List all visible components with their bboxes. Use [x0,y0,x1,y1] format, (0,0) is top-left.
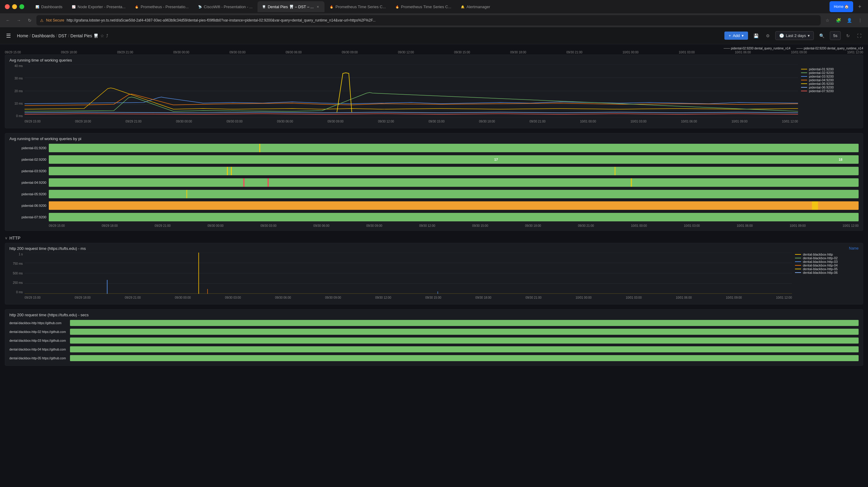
panel2-x-axis: 09/29 15:00 09/29 18:00 09/29 21:00 09/3… [9,224,859,227]
heatmap-bar-1: 17 18 [49,155,859,164]
back-button[interactable]: ← [4,16,12,25]
state-bar-0 [70,320,859,326]
tab-label-prom3: Prometheus Time Series C... [401,4,452,9]
badge-18: 18 [839,158,842,161]
forward-button[interactable]: → [14,16,23,25]
panel1-title: Avg running time of working queries [5,55,863,64]
time-range-button[interactable]: 🕐 Last 2 days ▾ [775,31,814,40]
tab-label-alert: Alertmanager [467,4,490,9]
settings-icon[interactable]: ⚙ [764,32,772,39]
y-label-40ms: 40 ms [14,64,23,68]
legend-item-4: pidental-05:9200 [801,82,859,86]
panel1-legend: pidental-01:9200 pidental-02:9200 pident… [798,64,859,125]
traffic-lights [2,4,27,9]
reload-button[interactable]: ↻ [26,16,34,25]
tab-bar: 📊 Dashboards 📈 Node Exporter - Presenta.… [0,0,868,13]
tab-alertmanager[interactable]: 🔔 Alertmanager [456,1,494,12]
tab-prometheus1[interactable]: 🔥 Prometheus - Presentatio... [130,1,193,12]
panel3-x-axis: 09/29 15:00 09/29 18:00 09/29 21:00 09/3… [25,294,792,301]
heatmap-label-4: pidental-05:9200 [9,192,49,196]
tab-favicon-prom2: 🔥 [329,4,334,9]
panel-heatmap-by-pi: Avg running time of working queries by p… [5,133,863,231]
panel3-y-axis: 1 s 750 ms 500 ms 250 ms 0 ms [9,253,25,294]
refresh-rate-button[interactable]: 5s [830,31,841,40]
maximize-traffic-light[interactable] [20,4,24,9]
close-traffic-light[interactable] [5,4,10,9]
heatmap-row-4: pidental-05:9200 [9,189,859,199]
legend-item-6: pidental-07:9200 [801,89,859,93]
tab-cisco[interactable]: 📡 CiscoWifi - Presentation - ... [194,1,257,12]
bookmark-button[interactable]: ☆ [823,16,832,25]
panel2-body: pidental-01:9200 pidental-02:9200 17 18 [5,143,863,230]
state-row-3: dental-blackbox-http-04 https://github.c… [9,345,859,353]
heatmap-bar-0 [49,144,859,152]
clock-icon: 🕐 [779,33,784,38]
tab-label-prom1: Prometheus - Presentatio... [141,4,188,9]
state-label-0: dental-blackbox-http https://github.com [9,321,70,325]
collapse-icon[interactable]: ∨ [5,236,7,240]
badge-17: 17 [494,158,498,161]
refresh-icon[interactable]: ↻ [844,32,851,39]
hamburger-menu[interactable]: ☰ [5,31,12,40]
add-button[interactable]: + Add ▾ [724,32,748,40]
tab-label-prom2: Prometheus Time Series C... [335,4,386,9]
heatmap-label-5: pidental-06:9200 [9,204,49,207]
tab-prometheus2[interactable]: 🔥 Prometheus Time Series C... [325,1,390,12]
tab-favicon-dashboards: 📊 [35,4,39,9]
heatmap-row-1: pidental-02:9200 17 18 [9,154,859,165]
legend-item-3: pidental-04:9200 [801,78,859,82]
tab-home[interactable]: Home 🏠 [830,1,853,12]
top-time-axis: 09/29 15:0009/29 18:0009/29 21:00 09/30 … [5,51,863,55]
profile-button[interactable]: 👤 [845,16,854,25]
heatmap-row-3: pidental-04:9200 [9,177,859,188]
state-label-2: dental-blackbox-http-03 https://github.c… [9,339,70,342]
tab-favicon-dental: 🦷 [262,4,266,9]
tab-prometheus3[interactable]: 🔥 Prometheus Time Series C... [391,1,456,12]
tab-favicon-prom1: 🔥 [134,4,139,9]
tab-dashboards[interactable]: 📊 Dashboards [31,1,67,12]
address-bar[interactable]: ⚠ Not Secure http://grafana.lobster-yo.t… [36,15,821,26]
panel-http-secs: http 200 request time (https://tufts.edu… [5,309,863,366]
nav-actions: + Add ▾ 💾 ⚙ 🕐 Last 2 days ▾ 🔍 5s ↻ ⛶ [724,31,863,40]
legend3-item-3: dental-blackbox-http-04 [795,263,859,267]
panel4-body: dental-blackbox-http https://github.com … [5,319,863,365]
tab-label-dashboards: Dashboards [41,4,62,9]
tab-node-exporter[interactable]: 📈 Node Exporter - Presenta... [67,1,130,12]
state-bar-4 [70,355,859,361]
breadcrumb-home[interactable]: Home [17,33,28,38]
http-section-label: HTTP [9,236,21,240]
panel3-title: http 200 request time (https://tufts.edu… [5,243,90,253]
state-bar-3 [70,346,859,352]
tab-favicon-node: 📈 [71,4,76,9]
breadcrumb-dashboards[interactable]: Dashboards [32,33,55,38]
lock-icon: ⚠ [40,18,43,23]
save-dashboard-icon[interactable]: 💾 [752,32,761,39]
expand-icon[interactable]: ⛶ [855,32,863,39]
tab-favicon-alert: 🔔 [461,4,465,9]
zoom-out-icon[interactable]: 🔍 [817,32,826,39]
heatmap-label-3: pidental-04:9200 [9,181,49,184]
panel4-title: http 200 request time (https://tufts.edu… [5,310,863,319]
legend3-item-5: dental-blackbox-http-06 [795,271,859,275]
grafana-app: ☰ Home / Dashboards / DST / Dental Pies … [0,27,868,487]
panel1-body: 40 ms 30 ms 20 ms 10 ms 0 ms [5,64,863,128]
heatmap-label-2: pidental-03:9200 [9,169,49,173]
extensions-button[interactable]: 🧩 [834,16,842,25]
breadcrumb-dst[interactable]: DST [59,33,67,38]
panel1-y-axis: 40 ms 30 ms 20 ms 10 ms 0 ms [9,64,25,118]
tab-close-dental[interactable]: ✕ [315,4,320,9]
state-label-1: dental-blackbox-http-02 https://github.c… [9,330,70,334]
home-tab-label: Home 🏠 [834,4,849,9]
share-icon[interactable]: ⤴ [106,33,108,38]
new-tab-button[interactable]: + [854,1,866,12]
heatmap-bar-2 [49,167,859,175]
y-label-0ms: 0 ms [16,114,23,118]
favorite-icon[interactable]: ☆ [100,33,104,38]
minimize-traffic-light[interactable] [12,4,17,9]
tab-favicon-prom3: 🔥 [395,4,399,9]
menu-button[interactable]: ⋮ [856,16,864,25]
tab-favicon-cisco: 📡 [198,4,202,9]
panel2-title: Avg running time of working queries by p… [5,134,863,143]
not-secure-label: Not Secure [46,18,64,23]
tab-dental-pies[interactable]: 🦷 Dental Pies 🦷 – DST – ... ✕ [257,1,325,12]
